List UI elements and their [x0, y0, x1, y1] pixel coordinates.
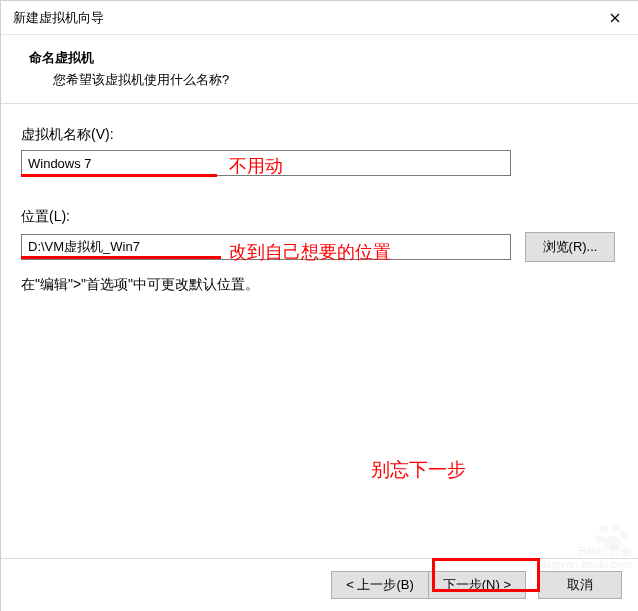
header-subtitle: 您希望该虚拟机使用什么名称?	[53, 71, 620, 89]
back-button[interactable]: < 上一步(B)	[331, 571, 429, 599]
cancel-button[interactable]: 取消	[538, 571, 622, 599]
window-title: 新建虚拟机向导	[13, 9, 104, 27]
vm-name-input[interactable]	[21, 150, 511, 176]
nav-button-group: < 上一步(B) 下一步(N) >	[331, 571, 526, 599]
vm-name-label: 虚拟机名称(V):	[21, 126, 618, 144]
window-close-button[interactable]	[592, 2, 638, 34]
wizard-body: 虚拟机名称(V): 不用动 位置(L): 浏览(R)... 改到自己想要的位置 …	[1, 104, 638, 558]
wizard-footer: < 上一步(B) 下一步(N) > 取消	[1, 558, 638, 611]
annotation-dont-forget: 别忘下一步	[371, 457, 466, 483]
next-button[interactable]: 下一步(N) >	[429, 571, 526, 599]
vm-location-label: 位置(L):	[21, 208, 618, 226]
close-icon	[610, 13, 620, 23]
titlebar: 新建虚拟机向导	[1, 1, 638, 35]
vm-location-input[interactable]	[21, 234, 511, 260]
default-location-hint: 在"编辑">"首选项"中可更改默认位置。	[21, 276, 618, 294]
wizard-window: 新建虚拟机向导 命名虚拟机 您希望该虚拟机使用什么名称? 虚拟机名称(V): 不…	[0, 0, 638, 611]
wizard-header: 命名虚拟机 您希望该虚拟机使用什么名称?	[1, 35, 638, 104]
header-title: 命名虚拟机	[29, 49, 620, 67]
browse-button[interactable]: 浏览(R)...	[525, 232, 615, 262]
